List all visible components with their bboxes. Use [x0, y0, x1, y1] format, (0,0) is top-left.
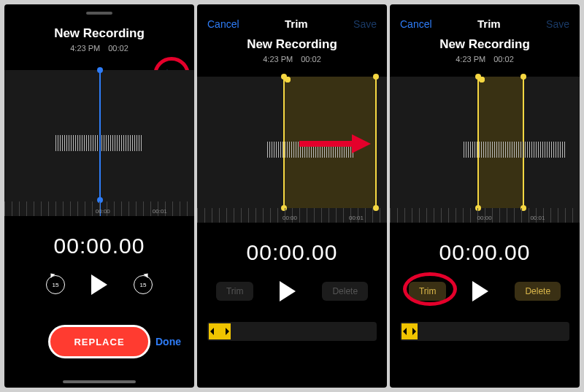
recording-title: New Recording — [4, 26, 194, 41]
playhead[interactable] — [99, 70, 101, 216]
time-ruler: 00:00 00:01 — [4, 201, 194, 216]
waveform-area[interactable]: 00:00 00:01 — [197, 77, 387, 223]
waveform-area[interactable]: 00:00 00:01 — [4, 70, 194, 216]
save-button[interactable]: Save — [546, 18, 569, 30]
scrubber-track[interactable] — [400, 322, 569, 341]
elapsed-timer: 00:00.00 — [390, 240, 580, 265]
play-button[interactable] — [280, 281, 296, 301]
recording-title: New Recording — [197, 37, 387, 52]
recording-header: New Recording 4:23 PM 00:02 — [390, 37, 580, 64]
screenshot-panel-2: Cancel Trim Save New Recording 4:23 PM 0… — [197, 4, 387, 388]
recording-duration: 00:02 — [301, 55, 321, 64]
skip-back-15-button[interactable]: 15 — [46, 275, 65, 294]
elapsed-timer: 00:00.00 — [197, 240, 387, 265]
replace-button[interactable]: REPLACE — [48, 325, 150, 358]
delete-button[interactable]: Delete — [515, 282, 561, 301]
skip-fwd-label: 15 — [140, 282, 147, 288]
delete-button[interactable]: Delete — [322, 282, 368, 301]
play-button[interactable] — [91, 274, 107, 295]
screenshot-panel-1: New Recording 4:23 PM 00:02 00:00 00:01 … — [4, 4, 194, 388]
ruler-tick-0: 00:00 — [283, 215, 297, 221]
trim-controls: Trim Delete — [390, 277, 580, 306]
time-ruler: 00:00 00:01 — [390, 208, 580, 223]
skip-forward-15-button[interactable]: 15 — [134, 275, 153, 294]
speaker-notch — [86, 12, 112, 15]
recording-subtitle: 4:23 PM 00:02 — [4, 44, 194, 53]
recording-header: New Recording 4:23 PM 00:02 — [197, 37, 387, 64]
ruler-tick-0: 00:00 — [96, 208, 110, 215]
scrubber-track[interactable] — [207, 322, 377, 341]
ruler-tick-0: 00:00 — [477, 215, 492, 221]
recording-subtitle: 4:23 PM 00:02 — [197, 55, 387, 64]
nav-bar: Cancel Trim Save — [197, 4, 387, 30]
recording-subtitle: 4:23 PM 00:02 — [390, 55, 580, 64]
cancel-button[interactable]: Cancel — [400, 18, 432, 30]
waveform — [267, 142, 355, 158]
nav-title: Trim — [477, 18, 501, 30]
screenshot-panel-3: Cancel Trim Save New Recording 4:23 PM 0… — [390, 4, 580, 388]
waveform-area[interactable]: 00:00 00:01 — [390, 77, 580, 223]
scrubber-selection[interactable] — [402, 323, 418, 339]
save-button[interactable]: Save — [353, 18, 377, 30]
recording-time: 4:23 PM — [70, 44, 100, 53]
recording-time: 4:23 PM — [456, 55, 485, 64]
recording-title: New Recording — [390, 37, 580, 52]
home-indicator[interactable] — [63, 380, 136, 383]
recording-duration: 00:02 — [493, 55, 514, 64]
replace-label: REPLACE — [74, 337, 124, 347]
elapsed-timer: 00:00.00 — [4, 234, 194, 258]
trim-button[interactable]: Trim — [409, 282, 447, 301]
done-button[interactable]: Done — [155, 336, 181, 347]
nav-bar: Cancel Trim Save — [390, 4, 580, 30]
trim-controls: Trim Delete — [197, 277, 387, 306]
play-button[interactable] — [472, 281, 488, 301]
trim-button[interactable]: Trim — [216, 282, 254, 301]
recording-time: 4:23 PM — [263, 55, 293, 64]
time-ruler: 00:00 00:01 — [197, 208, 387, 223]
playback-controls: 15 15 — [4, 270, 194, 299]
skip-back-label: 15 — [53, 282, 59, 288]
scrubber-selection[interactable] — [209, 323, 231, 339]
cancel-button[interactable]: Cancel — [207, 18, 239, 30]
ruler-tick-1: 00:01 — [530, 215, 545, 221]
ruler-tick-1: 00:01 — [153, 208, 167, 215]
waveform — [464, 142, 566, 158]
bottom-bar: REPLACE Done — [4, 321, 194, 362]
recording-duration: 00:02 — [108, 44, 128, 53]
ruler-tick-1: 00:01 — [349, 215, 364, 221]
nav-title: Trim — [285, 18, 308, 30]
